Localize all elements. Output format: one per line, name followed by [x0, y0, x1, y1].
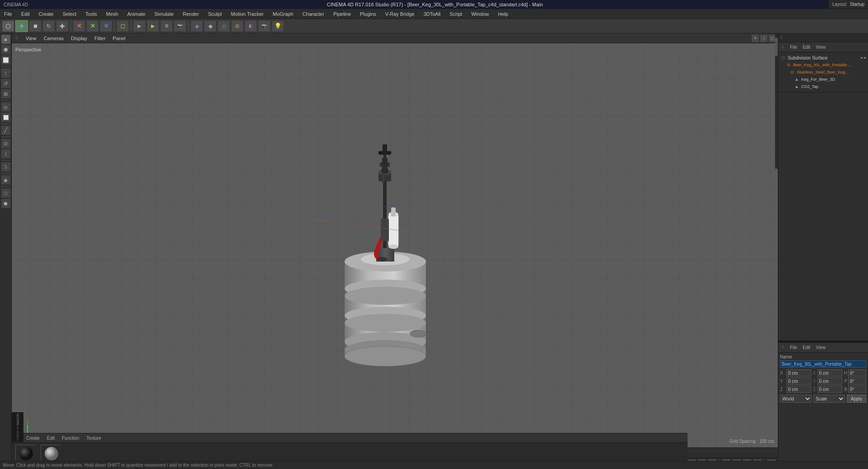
scale-lt-btn[interactable]: ⊞ [1, 89, 11, 99]
menu-select[interactable]: Select [61, 10, 78, 18]
menu-animate[interactable]: Animate [126, 10, 147, 18]
menu-window[interactable]: Window [470, 10, 490, 18]
rotate-lt-btn[interactable]: ↺ [1, 78, 11, 88]
magnet-btn[interactable]: ⊙ [1, 138, 11, 148]
obj-file-menu[interactable]: File [789, 44, 799, 50]
render-region-btn[interactable]: ▶ [133, 20, 146, 32]
spline-btn[interactable]: ◇ [217, 20, 230, 32]
mat-edit-menu[interactable]: Edit [46, 435, 56, 441]
menu-tools[interactable]: Tools [84, 10, 98, 18]
light-btn[interactable]: 💡 [272, 20, 284, 32]
polygons-mode-btn[interactable]: ⬜ [1, 55, 11, 65]
menu-file[interactable]: File [3, 10, 14, 18]
spline-tool-btn[interactable]: S [1, 162, 11, 172]
camera-btn[interactable]: 📷 [258, 20, 271, 32]
vp-icon-1[interactable]: + [752, 35, 759, 42]
transform-tool-btn[interactable]: ✚ [56, 20, 69, 32]
scale-tool-btn[interactable]: ◼ [29, 20, 42, 32]
obj-cube-btn[interactable]: ◻ [116, 20, 129, 32]
model-mode-btn[interactable]: ⬡ [2, 20, 14, 32]
rect-select-btn[interactable]: ⬜ [1, 112, 11, 122]
vp-display-menu[interactable]: Display [69, 35, 89, 41]
menu-render[interactable]: Render [181, 10, 200, 18]
x-axis-btn[interactable]: ✕ [73, 20, 85, 32]
menu-pipeline[interactable]: Pipeline [332, 10, 352, 18]
x-rot-input[interactable] [817, 369, 842, 377]
menu-create[interactable]: Create [37, 10, 55, 18]
menu-plugins[interactable]: Plugins [359, 10, 378, 18]
texture-btn[interactable]: ⬡ [1, 188, 11, 198]
move-tool-btn[interactable]: ✛ [15, 20, 28, 32]
menu-edit[interactable]: Edit [20, 10, 31, 18]
vp-cameras-menu[interactable]: Cameras [42, 35, 66, 41]
live-select-btn[interactable]: ◎ [1, 102, 11, 112]
render-to-pic-btn[interactable]: 📷 [174, 20, 186, 32]
p-label: P [843, 379, 848, 384]
obj-view-menu[interactable]: View [814, 44, 827, 50]
y-position-input[interactable] [786, 377, 811, 385]
obj-item-beerkeg[interactable]: ⊞ Beer_Keg_30L_with_Portable_Tap [779, 61, 867, 69]
mat-create-menu[interactable]: Create [25, 435, 41, 441]
z-axis-btn[interactable]: ✕ [100, 20, 112, 32]
apply-button[interactable]: Apply [847, 395, 866, 403]
menu-simulate[interactable]: Simulate [153, 10, 175, 18]
rotate-tool-btn[interactable]: ↻ [42, 20, 55, 32]
layout-selector[interactable]: Layout: Startup [828, 0, 868, 9]
x-position-input[interactable] [786, 369, 811, 377]
move-btn[interactable]: ↕ [1, 68, 11, 78]
obj-item-subdivision[interactable]: ⬡ Subdivision Surface ● ● [779, 54, 867, 61]
edges-mode-btn[interactable]: ⬟ [1, 45, 11, 55]
menu-sculpt[interactable]: Sculpt [207, 10, 223, 18]
vp-filter-menu[interactable]: Filter [92, 35, 107, 41]
generator-btn[interactable]: ◎ [231, 20, 244, 32]
render-btn[interactable]: ▶ [147, 20, 159, 32]
obj-item-co2tap[interactable]: ▲ CO2_Tap [779, 83, 867, 90]
mat-texture-menu[interactable]: Texture [85, 435, 103, 441]
attr-view-menu[interactable]: View [814, 345, 827, 350]
uv-btn[interactable]: ⬢ [1, 198, 11, 208]
h-input[interactable] [848, 369, 866, 377]
svg-point-47 [45, 447, 58, 460]
z-spacer: Z [812, 387, 817, 392]
z-position-input[interactable] [786, 386, 811, 393]
viewport-canvas[interactable]: Perspective [12, 43, 778, 447]
object-name-input[interactable] [780, 360, 866, 368]
b-label: B [843, 387, 848, 392]
line-tool-btn[interactable]: ╱ [1, 125, 11, 135]
deformer-btn[interactable]: ◐ [245, 20, 257, 32]
menu-3dtoall[interactable]: 3DToAll [422, 10, 442, 18]
bend-btn[interactable]: ⟨ [1, 149, 11, 159]
points-mode-btn[interactable]: ● [1, 34, 11, 44]
b-input[interactable] [848, 386, 866, 393]
vp-icon-2[interactable]: ↕ [760, 35, 767, 42]
obj-item-kegfor[interactable]: ▲ Keg_For_Beer_3D [779, 76, 867, 83]
menu-motion-tracker[interactable]: Motion Tracker [230, 10, 265, 18]
render-settings-btn[interactable]: ⚙ [160, 20, 173, 32]
brush-tool-btn[interactable]: ◉ [1, 175, 11, 185]
z-rot-input[interactable] [817, 386, 842, 393]
attr-file-menu[interactable]: File [789, 345, 799, 350]
vp-panel-menu[interactable]: Panel [111, 35, 127, 41]
y-axis-btn[interactable]: ✕ [86, 20, 99, 32]
y-rot-input[interactable] [817, 377, 842, 385]
status-bar: Move: Click and drag to move elements. H… [0, 461, 868, 469]
scale-mode-select[interactable]: Scale Size [813, 395, 845, 403]
menu-script[interactable]: Script [448, 10, 464, 18]
poly-obj-btn[interactable]: ◆ [204, 20, 217, 32]
obj-edit-menu[interactable]: Edit [801, 44, 812, 50]
menu-vray[interactable]: V-Ray Bridge [384, 10, 416, 18]
right-scrollbar[interactable] [775, 33, 778, 169]
menu-mograph[interactable]: MoGraph [271, 10, 295, 18]
obj-item-stainless[interactable]: ⊞ Stainless_Steel_Beer_Keg_30L [779, 69, 867, 76]
attribute-panel: ⠿ File Edit View Name X X [778, 343, 868, 469]
menu-help[interactable]: Help [497, 10, 510, 18]
menu-character[interactable]: Character [301, 10, 325, 18]
menu-mesh[interactable]: Mesh [105, 10, 120, 18]
null-obj-btn[interactable]: ◈ [190, 20, 203, 32]
mat-function-menu[interactable]: Function [60, 435, 80, 441]
keg-svg [315, 140, 460, 374]
attr-edit-menu[interactable]: Edit [801, 345, 812, 350]
world-mode-select[interactable]: World Object [780, 395, 812, 403]
p-input[interactable] [848, 377, 866, 385]
vp-view-menu[interactable]: View [24, 35, 38, 41]
